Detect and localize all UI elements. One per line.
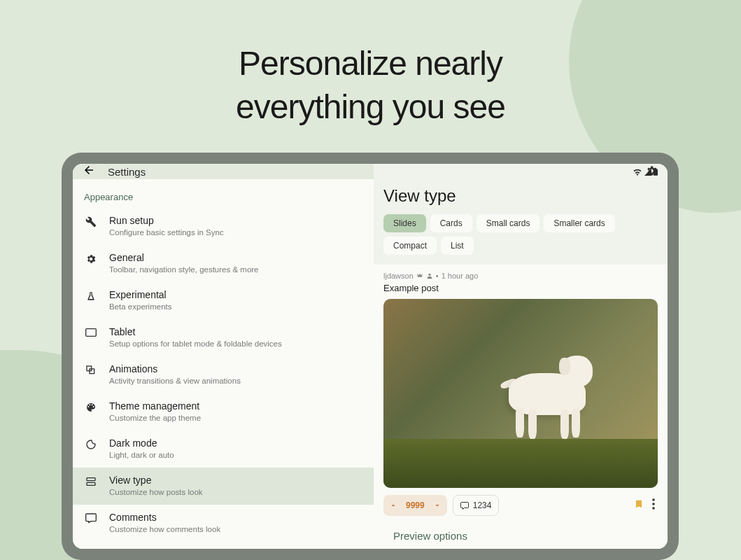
appbar-title: Settings (108, 166, 146, 178)
tools-icon (84, 215, 98, 227)
post-actions: 9999 1234 (383, 488, 658, 516)
item-subtitle: Toolbar, navigation style, gestures & mo… (109, 265, 362, 275)
svg-rect-0 (654, 169, 658, 176)
item-subtitle: Light, dark or auto (109, 450, 362, 461)
item-title: Animations (109, 363, 362, 374)
vote-count: 9999 (403, 500, 428, 510)
more-options-icon[interactable] (649, 498, 658, 512)
item-title: Run setup (109, 215, 362, 226)
post-meta: ljdawson • 1 hour ago (383, 272, 658, 280)
animation-icon (84, 363, 98, 376)
item-title: Dark mode (109, 438, 362, 449)
svg-rect-4 (90, 369, 94, 374)
item-subtitle: Beta experiments (109, 302, 362, 312)
bookmark-icon[interactable] (634, 498, 644, 512)
item-run-setup[interactable]: Run setup Configure basic settings in Sy… (73, 208, 374, 245)
item-title: View type (109, 475, 362, 486)
chip-small-cards[interactable]: Small cards (477, 214, 540, 232)
status-bar (633, 168, 658, 176)
item-tablet[interactable]: Tablet Setup options for tablet mode & f… (73, 319, 374, 356)
chip-cards[interactable]: Cards (430, 214, 472, 232)
item-title: Tablet (109, 326, 362, 337)
section-appearance: Appearance (73, 179, 374, 208)
tablet-frame: Settings Appearance Run setup Configure … (62, 153, 679, 560)
downvote-button[interactable] (428, 495, 447, 516)
item-subtitle: Customize how posts look (109, 487, 362, 498)
back-icon[interactable] (83, 164, 95, 179)
svg-point-9 (652, 498, 655, 501)
item-subtitle: Configure basic settings in Sync (109, 227, 362, 238)
battery-icon (654, 168, 658, 176)
signal-icon (644, 169, 651, 176)
headline-line-2: everything you see (236, 88, 505, 125)
item-title: Awards (109, 548, 362, 549)
item-view-type[interactable]: View type Customize how posts look (73, 468, 374, 505)
appbar: Settings (73, 164, 374, 179)
svg-rect-2 (86, 328, 97, 336)
post-title: Example post (383, 283, 658, 293)
item-awards[interactable]: Awards Customize how awards are shown (73, 541, 374, 549)
detail-header (374, 164, 668, 181)
tablet-icon (84, 326, 98, 337)
headline-line-1: Personalize nearly (239, 45, 502, 82)
item-title: Theme management (109, 400, 362, 412)
svg-rect-6 (87, 482, 95, 485)
meta-separator: • (436, 272, 439, 280)
item-subtitle: Setup options for tablet mode & foldable… (109, 339, 362, 349)
detail-pane: View type Slides Cards Small cards Small… (374, 164, 668, 549)
comment-icon (84, 512, 98, 523)
svg-point-11 (652, 507, 655, 510)
preview-options-title: Preview options (393, 530, 648, 542)
award-icon (84, 548, 98, 549)
comment-button[interactable]: 1234 (453, 495, 500, 516)
chip-slides[interactable]: Slides (383, 214, 426, 232)
item-subtitle: Customize the app theme (109, 413, 362, 424)
item-theme[interactable]: Theme management Customize the app theme (73, 393, 374, 430)
item-title: Experimental (109, 289, 362, 300)
palette-icon (84, 400, 98, 413)
item-general[interactable]: General Toolbar, navigation style, gestu… (73, 245, 374, 282)
item-experimental[interactable]: Experimental Beta experiments (73, 282, 374, 319)
item-comments[interactable]: Comments Customize how comments look (73, 505, 374, 542)
wifi-icon (633, 169, 642, 176)
svg-point-8 (428, 274, 430, 276)
view-type-icon (84, 475, 98, 487)
item-title: Comments (109, 512, 362, 523)
item-animations[interactable]: Animations Activity transitions & view a… (73, 356, 374, 393)
upvote-button[interactable] (383, 495, 403, 516)
chip-list[interactable]: List (441, 237, 474, 255)
user-icon (426, 272, 433, 279)
settings-list: Run setup Configure basic settings in Sy… (73, 208, 374, 549)
vote-control: 9999 (383, 495, 447, 516)
detail-title: View type (374, 181, 668, 214)
post-image[interactable] (383, 299, 658, 488)
item-subtitle: Customize how comments look (109, 524, 362, 535)
crown-icon (416, 272, 423, 279)
item-dark-mode[interactable]: Dark mode Light, dark or auto (73, 430, 374, 468)
view-type-chips: Slides Cards Small cards Smaller cards C… (374, 214, 668, 265)
svg-rect-5 (87, 477, 95, 480)
post-time: 1 hour ago (442, 272, 479, 280)
settings-pane: Settings Appearance Run setup Configure … (73, 164, 374, 549)
post-author[interactable]: ljdawson (383, 272, 414, 280)
tablet-screen: Settings Appearance Run setup Configure … (73, 164, 668, 549)
comment-count: 1234 (473, 500, 492, 510)
item-title: General (109, 252, 362, 263)
promo-headline: Personalize nearly everything you see (0, 42, 741, 130)
svg-rect-1 (655, 168, 657, 169)
example-post-card: ljdawson • 1 hour ago Example post (374, 265, 668, 549)
chip-smaller-cards[interactable]: Smaller cards (544, 214, 614, 232)
preview-options-card: Preview options (383, 523, 658, 542)
svg-point-10 (652, 503, 655, 505)
gear-icon (84, 252, 98, 265)
moon-icon (84, 438, 98, 450)
flask-icon (84, 289, 98, 302)
item-subtitle: Activity transitions & view animations (109, 376, 362, 386)
chip-compact[interactable]: Compact (383, 237, 437, 255)
